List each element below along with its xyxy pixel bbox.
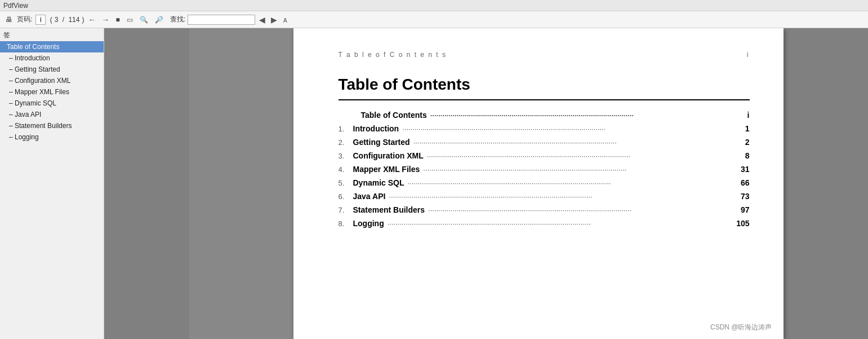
toc-label: Logging: [353, 219, 384, 228]
search-next-btn[interactable]: ▶: [269, 15, 279, 24]
nav-back-btn[interactable]: ←: [86, 15, 97, 24]
toc-divider: [339, 99, 750, 100]
toc-page: 31: [733, 165, 750, 174]
sidebar-item[interactable]: – Mapper XML Files: [0, 86, 104, 98]
search-label: 查找:: [170, 15, 185, 24]
toc-dots: ········································…: [428, 206, 729, 214]
watermark: CSDN @听海边涛声: [710, 323, 772, 332]
toc-title: Table of Contents: [339, 76, 750, 94]
nav-forward-btn[interactable]: →: [100, 15, 111, 24]
pdf-thumbnail: [189, 28, 293, 339]
toc-label: Introduction: [353, 124, 399, 133]
toc-page: 1: [733, 124, 750, 133]
page-number-input[interactable]: [35, 15, 46, 25]
toc-page: i: [733, 111, 750, 120]
toc-num: 6.: [339, 192, 350, 201]
toc-num: 1.: [339, 125, 350, 133]
pdf-area: T a b l e o f C o n t e n t s i Table of…: [104, 28, 868, 339]
title-bar: PdfView: [0, 0, 868, 11]
toc-dots: ········································…: [408, 179, 729, 187]
toc-label: Mapper XML Files: [353, 165, 420, 174]
sidebar-item[interactable]: – Logging: [0, 131, 104, 143]
page-current-num: 3: [55, 16, 59, 24]
fit-width-btn[interactable]: ▭: [124, 15, 135, 25]
toc-entry: 3.Configuration XML ····················…: [339, 151, 750, 160]
sidebar-item[interactable]: Table of Contents: [0, 41, 104, 52]
toc-page: 66: [733, 178, 750, 187]
sidebar-item[interactable]: – Java API: [0, 109, 104, 120]
page-current: (: [48, 16, 52, 24]
toc-entry: 7.Statement Builders ···················…: [339, 205, 750, 214]
toc-dots: ········································…: [388, 219, 729, 228]
zoom-in-btn[interactable]: 🔎: [153, 15, 166, 25]
page-header: T a b l e o f C o n t e n t s i: [339, 51, 750, 59]
toolbar: 🖶 页码: ( 3 / 114 ) ← → ■ ▭ 🔍 🔎 查找: ◀ ▶ ⁬A: [0, 11, 868, 28]
toc-num: 8.: [339, 219, 350, 228]
sidebar: 签 Table of Contents– Introduction– Getti…: [0, 28, 104, 339]
pdf-page: T a b l e o f C o n t e n t s i Table of…: [293, 28, 784, 339]
text-select-btn[interactable]: ⁬A: [281, 14, 290, 25]
toc-num: 2.: [339, 138, 350, 147]
search-input[interactable]: [188, 15, 255, 25]
toc-num: 3.: [339, 152, 350, 160]
main-layout: 签 Table of Contents– Introduction– Getti…: [0, 28, 868, 339]
toc-dots: ········································…: [402, 125, 729, 133]
sidebar-item[interactable]: – Statement Builders: [0, 120, 104, 131]
page-close-paren: ): [82, 16, 84, 24]
toc-label: Configuration XML: [353, 151, 424, 160]
toc-dots: ········································…: [430, 111, 729, 120]
search-prev-btn[interactable]: ◀: [257, 15, 267, 24]
zoom-out-btn[interactable]: 🔍: [137, 15, 150, 25]
toc-dots: ········································…: [413, 138, 729, 147]
toc-entry: 2.Getting Started ······················…: [339, 138, 750, 147]
toc-page: 97: [733, 205, 750, 214]
toolbar-print-btn[interactable]: 🖶: [3, 15, 15, 25]
toc-dots: ········································…: [427, 152, 729, 160]
toc-label: Getting Started: [353, 138, 410, 147]
toc-dots: ········································…: [423, 165, 729, 174]
toc-entry: 1.Introduction ·························…: [339, 124, 750, 133]
toc-page: 8: [733, 151, 750, 160]
sidebar-item[interactable]: – Introduction: [0, 52, 104, 64]
toc-entry: 8.Logging ······························…: [339, 219, 750, 228]
page-header-right: i: [747, 51, 750, 59]
page-header-left: T a b l e o f C o n t e n t s: [339, 51, 447, 59]
page-total: 114: [68, 16, 79, 24]
fit-page-btn[interactable]: ■: [113, 15, 122, 25]
toc-num: 5.: [339, 179, 350, 187]
toc-label: Java API: [353, 192, 386, 201]
sidebar-item[interactable]: – Configuration XML: [0, 75, 104, 86]
toc-entry: 5.Dynamic SQL ··························…: [339, 178, 750, 187]
toc-label: Dynamic SQL: [353, 178, 404, 187]
page-label: 页码:: [17, 15, 32, 24]
page-sep: /: [60, 16, 66, 24]
toc-page: 73: [733, 192, 750, 201]
toc-entry: 6.Java API ·····························…: [339, 192, 750, 201]
toc-page: 2: [733, 138, 750, 147]
sidebar-item[interactable]: – Dynamic SQL: [0, 98, 104, 109]
toc-num: 4.: [339, 165, 350, 174]
toc-entry: 4.Mapper XML Files ·····················…: [339, 165, 750, 174]
toc-label: Statement Builders: [353, 205, 425, 214]
toc-dots: ········································…: [389, 192, 729, 201]
toc-page: 105: [733, 219, 750, 228]
toc-label: Table of Contents: [361, 111, 427, 120]
sidebar-header: 签: [0, 28, 104, 41]
app-title: PdfView: [3, 2, 28, 10]
toc-entry: Table of Contents ······················…: [361, 111, 750, 120]
sidebar-item[interactable]: – Getting Started: [0, 64, 104, 75]
toc-num: 7.: [339, 206, 350, 214]
